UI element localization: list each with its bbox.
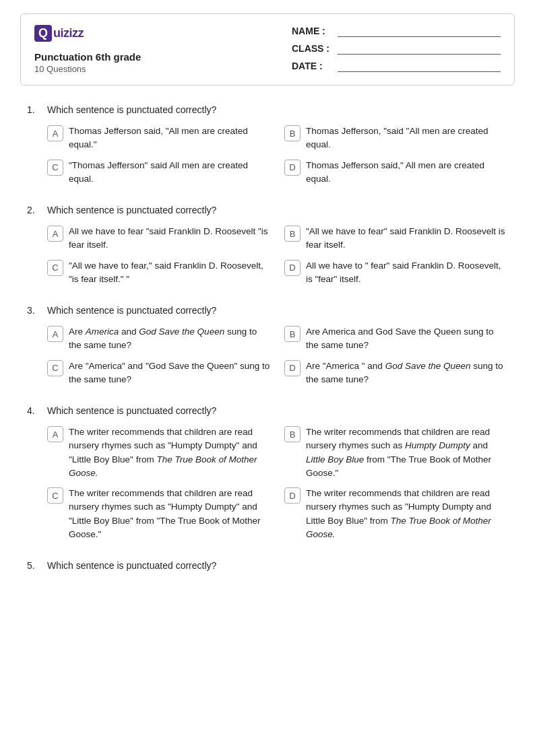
question-1-number: 1. (27, 104, 40, 115)
q1-option-d-text: Thomas Jefferson said," All men are crea… (306, 159, 508, 186)
question-1: 1. Which sentence is punctuated correctl… (27, 104, 508, 186)
q1-option-c-letter: C (47, 160, 63, 176)
q2-option-a-text: All we have to fear "said Franklin D. Ro… (69, 225, 271, 252)
question-3-number: 3. (27, 305, 40, 316)
q1-option-a: A Thomas Jefferson said, "All men are cr… (47, 125, 271, 152)
q2-option-a: A All we have to fear "said Franklin D. … (47, 225, 271, 252)
question-3-header: 3. Which sentence is punctuated correctl… (27, 305, 508, 316)
question-2-options: A All we have to fear "said Franklin D. … (47, 225, 508, 286)
q4-option-a-letter: A (47, 426, 63, 442)
question-4-header: 4. Which sentence is punctuated correctl… (27, 405, 508, 416)
question-2-text: Which sentence is punctuated correctly? (47, 205, 216, 215)
q2-option-d-text: All we have to " fear" said Franklin D. … (306, 259, 508, 287)
q3-option-c-text: Are "America" and "God Save the Queen" s… (69, 359, 271, 387)
q4-option-a: A The writer recommends that children ar… (47, 425, 271, 480)
question-1-header: 1. Which sentence is punctuated correctl… (27, 104, 508, 115)
q1-option-a-letter: A (47, 125, 63, 141)
q1-option-d: D Thomas Jefferson said," All men are cr… (284, 159, 508, 186)
question-2-header: 2. Which sentence is punctuated correctl… (27, 205, 508, 215)
question-4-options: A The writer recommends that children ar… (47, 425, 508, 541)
q3-option-b: B Are America and God Save the Queen sun… (284, 325, 508, 353)
q2-option-d-letter: D (284, 260, 301, 276)
q1-option-a-text: Thomas Jefferson said, "All men are crea… (69, 125, 271, 152)
q2-option-b: B "All we have to fear" said Franklin D.… (284, 225, 508, 252)
q4-option-b-text: The writer recommends that children are … (306, 425, 508, 480)
q4-option-d: D The writer recommends that children ar… (284, 487, 508, 541)
q3-option-a: A Are America and God Save the Queen sun… (47, 325, 271, 353)
q4-option-c-text: The writer recommends that children are … (69, 487, 271, 541)
class-label: CLASS : (292, 43, 332, 54)
q2-option-d: D All we have to " fear" said Franklin D… (284, 259, 508, 287)
q3-option-b-text: Are America and God Save the Queen sung … (306, 325, 508, 353)
q3-option-d: D Are "America " and God Save the Queen … (284, 359, 508, 387)
quiz-title: Punctuation 6th grade (34, 51, 141, 63)
date-label: DATE : (292, 61, 332, 71)
questions-section: 1. Which sentence is punctuated correctl… (20, 104, 515, 571)
question-5: 5. Which sentence is punctuated correctl… (27, 560, 508, 571)
name-line[interactable] (338, 25, 501, 37)
q4-option-b: B The writer recommends that children ar… (284, 425, 508, 480)
q2-option-b-text: "All we have to fear" said Franklin D. R… (306, 225, 508, 252)
name-label: NAME : (292, 26, 332, 36)
q1-option-b-letter: B (284, 125, 301, 141)
quiz-questions-count: 10 Questions (34, 64, 141, 74)
q2-option-c: C "All we have to fear," said Franklin D… (47, 259, 271, 287)
header: Q uizizz Punctuation 6th grade 10 Questi… (20, 13, 515, 85)
q2-option-a-letter: A (47, 226, 63, 242)
date-field-row: DATE : (292, 60, 501, 72)
q1-option-c: C "Thomas Jefferson" said All men are cr… (47, 159, 271, 186)
question-2-number: 2. (27, 205, 40, 215)
class-field-row: CLASS : (292, 42, 501, 55)
q3-option-a-letter: A (47, 326, 63, 342)
q1-option-b-text: Thomas Jefferson, "said "All men are cre… (306, 125, 508, 152)
date-line[interactable] (338, 60, 501, 72)
q4-option-c: C The writer recommends that children ar… (47, 487, 271, 541)
question-5-number: 5. (27, 560, 40, 571)
header-fields: NAME : CLASS : DATE : (292, 25, 501, 72)
question-3-options: A Are America and God Save the Queen sun… (47, 325, 508, 386)
name-field-row: NAME : (292, 25, 501, 37)
q4-option-b-letter: B (284, 426, 301, 442)
class-line[interactable] (338, 42, 501, 55)
q1-option-c-text: "Thomas Jefferson" said All men are crea… (69, 159, 271, 186)
question-1-text: Which sentence is punctuated correctly? (47, 104, 216, 115)
question-4: 4. Which sentence is punctuated correctl… (27, 405, 508, 541)
question-2: 2. Which sentence is punctuated correctl… (27, 205, 508, 286)
question-5-text: Which sentence is punctuated correctly? (47, 560, 216, 571)
q4-option-c-letter: C (47, 487, 63, 504)
q2-option-c-letter: C (47, 260, 63, 276)
logo-text: uizizz (53, 26, 84, 40)
question-3: 3. Which sentence is punctuated correctl… (27, 305, 508, 386)
question-5-header: 5. Which sentence is punctuated correctl… (27, 560, 508, 571)
header-left: Q uizizz Punctuation 6th grade 10 Questi… (34, 25, 141, 74)
q1-option-d-letter: D (284, 160, 301, 176)
question-4-text: Which sentence is punctuated correctly? (47, 405, 216, 416)
q3-option-d-letter: D (284, 360, 301, 376)
q3-option-a-text: Are America and God Save the Queen sung … (69, 325, 271, 353)
q2-option-c-text: "All we have to fear," said Franklin D. … (69, 259, 271, 287)
logo: Q uizizz (34, 25, 141, 42)
logo-q-letter: Q (34, 25, 52, 42)
q4-option-a-text: The writer recommends that children are … (69, 425, 271, 480)
q3-option-b-letter: B (284, 326, 301, 342)
q2-option-b-letter: B (284, 226, 301, 242)
q1-option-b: B Thomas Jefferson, "said "All men are c… (284, 125, 508, 152)
q3-option-d-text: Are "America " and God Save the Queen su… (306, 359, 508, 387)
question-4-number: 4. (27, 405, 40, 416)
question-3-text: Which sentence is punctuated correctly? (47, 305, 216, 316)
q4-option-d-letter: D (284, 487, 301, 504)
q3-option-c: C Are "America" and "God Save the Queen"… (47, 359, 271, 387)
q3-option-c-letter: C (47, 360, 63, 376)
q4-option-d-text: The writer recommends that children are … (306, 487, 508, 541)
question-1-options: A Thomas Jefferson said, "All men are cr… (47, 125, 508, 186)
